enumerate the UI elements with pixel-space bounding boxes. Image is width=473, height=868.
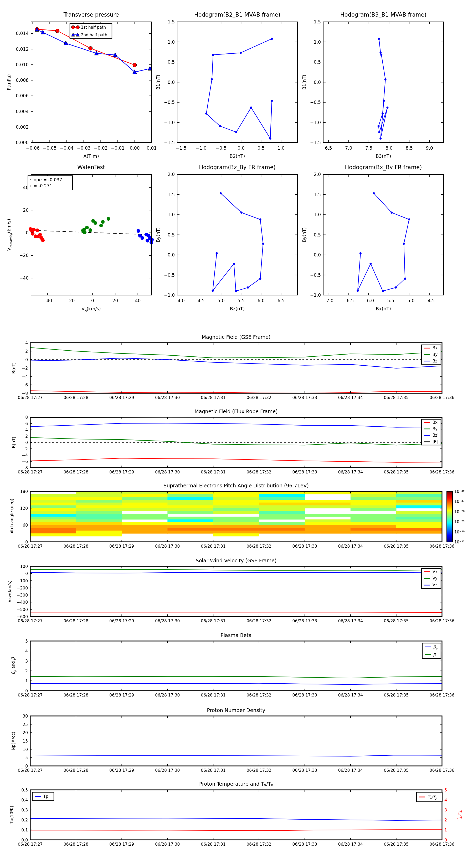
proton-density-title: Proton Number Density	[30, 707, 442, 713]
solar-wind-velocity-title: Solar Wind Velocity (GSE Frame)	[30, 558, 442, 563]
proton-temperature-title: Proton Temperature and Tₑ/Tₚ	[30, 781, 442, 787]
hodogram-bx-by-title: Hodogram(Bx_By FR frame)	[323, 164, 444, 170]
figure-root: Transverse pressure Hodogram(B2_B1 MVAB …	[0, 0, 473, 868]
hodogram-b2-b1-title: Hodogram(B2_B1 MVAB frame)	[177, 11, 298, 18]
plasma-beta-title: Plasma Beta	[30, 632, 442, 638]
magnetic-field-fr-title: Magnetic Field (Flux Rope Frame)	[30, 408, 442, 414]
magnetic-field-gse-title: Magnetic Field (GSE Frame)	[30, 334, 442, 340]
plots-canvas	[0, 0, 473, 868]
pitch-angle-title: Suprathermal Electrons Pitch Angle Distr…	[30, 483, 442, 489]
transverse-pressure-title: Transverse pressure	[31, 11, 151, 18]
walen-test-title: WalenTest	[31, 164, 151, 170]
hodogram-bz-by-title: Hodogram(Bz_By FR frame)	[177, 164, 298, 170]
hodogram-b3-b1-title: Hodogram(B3_B1 MVAB frame)	[323, 11, 444, 18]
